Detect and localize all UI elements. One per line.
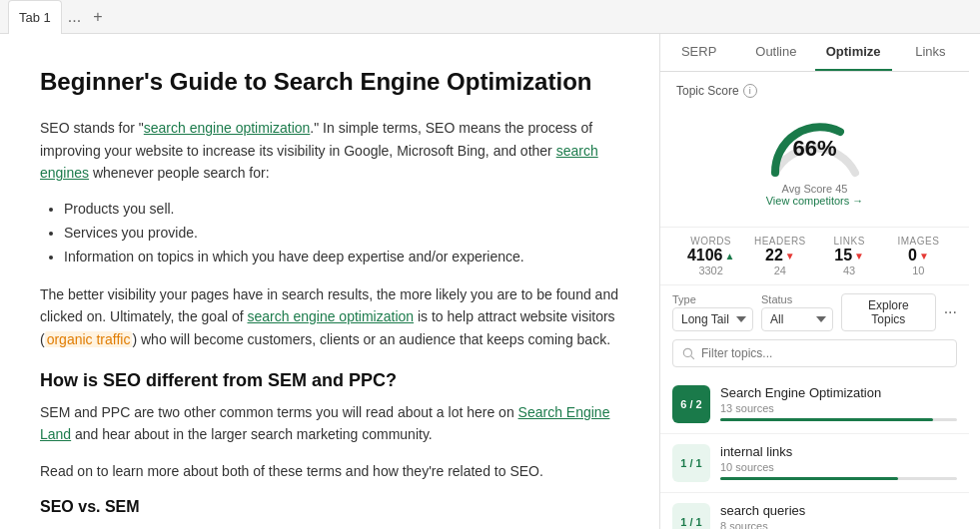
highlight-organic-traffic: organic traffic (45, 331, 133, 347)
list-item-3: Information on topics in which you have … (64, 246, 619, 269)
seo-tab-nav: SERP Outline Optimize Links (660, 34, 969, 72)
headers-down-icon: ▼ (785, 251, 795, 262)
document-panel: Beginner's Guide to Search Engine Optimi… (0, 34, 659, 529)
topic-badge-0: 6 / 2 (672, 385, 710, 423)
avg-score-label: Avg Score 45 (782, 183, 848, 195)
tab-links[interactable]: Links (892, 34, 969, 71)
topic-item-0[interactable]: 6 / 2 Search Engine Optimization 13 sour… (660, 375, 969, 434)
tab-optimize[interactable]: Optimize (815, 34, 892, 71)
topic-name-1: internal links (720, 444, 957, 459)
doc-list: Products you sell. Services you provide.… (64, 198, 619, 268)
status-select[interactable]: All Used Unused (761, 307, 833, 331)
tab-bar: Tab 1 ... + (0, 0, 980, 34)
topic-bar-fill-1 (720, 477, 898, 480)
filter-search-input[interactable] (672, 339, 957, 367)
tab-more-button[interactable]: ... (62, 4, 87, 30)
topic-info-0: Search Engine Optimization 13 sources (720, 385, 957, 421)
doc-para-4: Read on to learn more about both of thes… (40, 460, 619, 482)
stat-headers: HEADERS 22 ▼ 24 (745, 236, 814, 276)
topic-item-2[interactable]: 1 / 1 search queries 8 sources (660, 493, 969, 529)
list-item-1: Products you sell. (64, 198, 619, 222)
filter-row: Type Long Tail Short Tail Status All Use… (660, 285, 969, 339)
topic-name-0: Search Engine Optimization (720, 385, 957, 400)
doc-para-3: SEM and PPC are two other common terms y… (40, 401, 619, 446)
stat-words: WORDS 4106 ▲ 3302 (676, 236, 745, 276)
main-layout: Beginner's Guide to Search Engine Optimi… (0, 34, 980, 529)
doc-para-2: The better visibility your pages have in… (40, 283, 619, 350)
topic-sources-2: 8 sources (720, 520, 957, 529)
topic-sources-0: 13 sources (720, 402, 957, 414)
doc-para-5: SEM stands for search engine marketing –… (40, 524, 619, 529)
document-title: Beginner's Guide to Search Engine Optimi… (40, 66, 619, 97)
doc-heading-2: SEO vs. SEM (40, 498, 619, 516)
seo-panel: SERP Outline Optimize Links Topic Score … (659, 34, 969, 529)
topic-name-2: search queries (720, 503, 957, 518)
tab-new-button[interactable]: + (87, 4, 108, 30)
topic-bar-bg-0 (720, 418, 957, 421)
type-select[interactable]: Long Tail Short Tail (672, 307, 753, 331)
topic-badge-1: 1 / 1 (672, 444, 710, 482)
doc-para-1: SEO stands for "search engine optimizati… (40, 117, 619, 184)
type-label: Type (672, 293, 753, 305)
tab-serp[interactable]: SERP (660, 34, 737, 71)
explore-topics-button[interactable]: Explore Topics (841, 293, 936, 331)
filter-more-button[interactable]: ··· (944, 303, 957, 321)
highlight-search-engines: search engines (40, 143, 598, 181)
links-down-icon: ▼ (854, 251, 864, 262)
score-percentage: 66% (760, 136, 870, 162)
topic-info-1: internal links 10 sources (720, 444, 957, 480)
topic-list: 6 / 2 Search Engine Optimization 13 sour… (660, 375, 969, 529)
topic-bar-bg-1 (720, 477, 957, 480)
list-item-2: Services you provide. (64, 222, 619, 246)
topic-info-2: search queries 8 sources (720, 503, 957, 529)
topic-score-section: Topic Score i 66% Avg Score 45 (660, 72, 969, 227)
score-gauge-container: 66% Avg Score 45 View competitors → (676, 108, 953, 207)
tab-outline[interactable]: Outline (737, 34, 814, 71)
doc-heading-1: How is SEO different from SEM and PPC? (40, 370, 619, 391)
topic-item-1[interactable]: 1 / 1 internal links 10 sources (660, 434, 969, 493)
topic-score-label: Topic Score i (676, 84, 953, 98)
highlight-seo-1: search engine optimization (144, 120, 311, 136)
topic-badge-2: 1 / 1 (672, 503, 710, 529)
stat-links: LINKS 15 ▼ 43 (815, 236, 884, 276)
filter-search-container (660, 339, 969, 375)
words-up-icon: ▲ (724, 251, 734, 262)
tab-1-label: Tab 1 (19, 10, 51, 25)
topic-bar-fill-0 (720, 418, 933, 421)
highlight-sel: Search Engine Land (40, 404, 609, 442)
status-label: Status (761, 293, 833, 305)
stat-images: IMAGES 0 ▼ 10 (884, 236, 953, 276)
tab-1[interactable]: Tab 1 (8, 0, 62, 34)
info-icon: i (743, 84, 757, 98)
highlight-seo-2: search engine optimization (248, 308, 415, 324)
view-competitors-link[interactable]: View competitors → (766, 195, 864, 207)
topic-sources-1: 10 sources (720, 461, 957, 473)
stats-row: WORDS 4106 ▲ 3302 HEADERS 22 ▼ 24 LINKS … (660, 227, 969, 285)
images-down-icon: ▼ (919, 251, 929, 262)
